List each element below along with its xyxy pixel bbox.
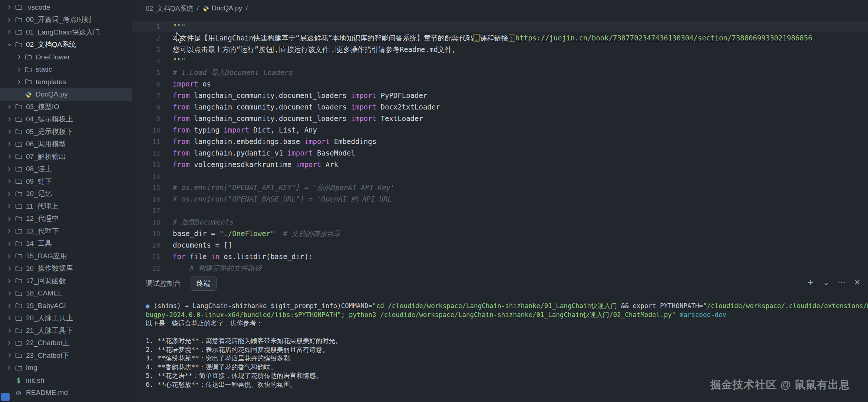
breadcrumb-file[interactable]: DocQA.py	[202, 4, 242, 12]
tab-terminal[interactable]: 终端	[191, 277, 217, 291]
line-number[interactable]: 22	[132, 262, 160, 274]
code-line-7[interactable]: 7from langchain_community.document_loade…	[132, 90, 868, 101]
code-line-21[interactable]: 21for file in os.listdir(base_dir):	[132, 251, 868, 262]
line-number[interactable]: 5	[132, 67, 160, 78]
sidebar-item-04_提示模板上[interactable]: 04_提示模板上	[0, 113, 132, 126]
line-number[interactable]: 14	[132, 170, 160, 182]
line-number[interactable]: 19	[132, 228, 160, 239]
sidebar-item-OneFlower[interactable]: OneFlower	[0, 51, 132, 63]
line-number[interactable]: 3	[132, 44, 160, 55]
sidebar-item-README.md[interactable]: ⊘README.md	[0, 387, 132, 399]
breadcrumb-folder[interactable]: 02_文档QA系统	[146, 4, 193, 13]
sidebar-item-19_BabyAGI[interactable]: 19_BabyAGI	[0, 300, 132, 312]
remote-indicator[interactable]	[1, 393, 10, 401]
folder-icon	[14, 190, 23, 197]
sidebar-item-07_解析输出[interactable]: 07_解析输出	[0, 150, 132, 163]
sidebar-item-23_Chatbot下[interactable]: 23_Chatbot下	[0, 349, 132, 362]
sidebar-item-05_提示模板下[interactable]: 05_提示模板下	[0, 125, 132, 138]
sidebar-item-templates[interactable]: templates	[0, 76, 132, 88]
code-editor[interactable]: 1"""2本文件是【用LangChain快速构建基于“易速鲜花”本地知识库的智能…	[132, 17, 868, 274]
close-icon[interactable]: ✕	[852, 278, 862, 287]
code-line-11[interactable]: 11from langchain.embeddings.base import …	[132, 136, 868, 147]
folder-icon	[14, 203, 23, 210]
line-number[interactable]: 9	[132, 113, 160, 124]
line-number[interactable]: 1	[132, 21, 160, 32]
sidebar-item-20_人脉工具上[interactable]: 20_人脉工具上	[0, 312, 132, 325]
line-number[interactable]: 16	[132, 193, 160, 205]
chevron-right-icon	[4, 203, 14, 210]
sidebar-item-17_回调函数[interactable]: 17_回调函数	[0, 275, 132, 287]
sidebar-item-06_调用模型[interactable]: 06_调用模型	[0, 138, 132, 151]
line-number[interactable]: 7	[132, 90, 160, 101]
line-number[interactable]: 8	[132, 101, 160, 113]
code-line-14[interactable]: 14	[132, 170, 868, 182]
code-line-12[interactable]: 12from langchain.pydantic_v1 import Base…	[132, 147, 868, 159]
sidebar-item-10_记忆[interactable]: 10_记忆	[0, 188, 132, 200]
sidebar-item-08_链上[interactable]: 08_链上	[0, 163, 132, 176]
code-line-16[interactable]: 16# os.environ["OPENAI_BASE_URL"] = 'Ope…	[132, 193, 868, 205]
line-number[interactable]: 20	[132, 239, 160, 251]
code-line-2[interactable]: 2本文件是【用LangChain快速构建基于“易速鲜花”本地知识库的智能问答系统…	[132, 32, 868, 44]
sidebar-item-13_代理下[interactable]: 13_代理下	[0, 225, 132, 238]
chevron-down-icon[interactable]: ⌄	[821, 278, 831, 287]
sidebar-item-.vscode[interactable]: .vscode	[0, 1, 132, 14]
code-line-3[interactable]: 3您可以点击最上方的“运行”按钮，直接运行该文件，更多操作指引请参考Readme…	[132, 44, 868, 55]
code-line-10[interactable]: 10from typing import Dict, List, Any	[132, 124, 868, 136]
line-number[interactable]: 13	[132, 159, 160, 170]
line-number[interactable]: 12	[132, 147, 160, 159]
sidebar-item-11_代理上[interactable]: 11_代理上	[0, 200, 132, 213]
code-line-5[interactable]: 5# 1.Load 导入Document Loaders	[132, 67, 868, 78]
breadcrumb-more[interactable]: ...	[251, 4, 257, 12]
sidebar-item-static[interactable]: static	[0, 63, 132, 76]
line-number[interactable]: 15	[132, 182, 160, 193]
plus-icon[interactable]: +	[806, 278, 815, 287]
sidebar-item-09_链下[interactable]: 09_链下	[0, 175, 132, 188]
code-line-19[interactable]: 19base_dir = "./OneFlower" # 文档的存放目录	[132, 228, 868, 239]
code-line-4[interactable]: 4"""	[132, 55, 868, 67]
line-number[interactable]: 11	[132, 136, 160, 147]
terminal-segment: 2. **花语梦境**：表示花店的花如同梦境般美丽且富有诗意。	[146, 346, 329, 353]
sidebar-item-00_开篇词_考点时刻[interactable]: 00_开篇词_考点时刻	[0, 14, 132, 26]
sidebar-item-DocQA.py[interactable]: DocQA.py	[0, 88, 132, 101]
sidebar-item-18_CAMEL[interactable]: 18_CAMEL	[0, 287, 132, 300]
line-number[interactable]: 21	[132, 251, 160, 262]
code-line-13[interactable]: 13from volcenginesdkarkruntime import Ar…	[132, 159, 868, 170]
line-number[interactable]: 4	[132, 55, 160, 67]
sidebar-item-16_操作数据库[interactable]: 16_操作数据库	[0, 262, 132, 275]
sidebar-item-21_人脉工具下[interactable]: 21_人脉工具下	[0, 324, 132, 337]
sidebar-item-15_RAG应用[interactable]: 15_RAG应用	[0, 250, 132, 262]
line-number[interactable]: 2	[132, 32, 160, 44]
terminal-output[interactable]: ● (shims) → LangChain-shizhanke $(git_pr…	[132, 293, 868, 389]
sidebar-item-02_文档QA系统[interactable]: 02_文档QA系统	[0, 39, 132, 51]
tab-debug-console[interactable]: 调试控制台	[146, 279, 181, 288]
sidebar-item-22_Chatbot上[interactable]: 22_Chatbot上	[0, 337, 132, 350]
code-line-20[interactable]: 20documents = []	[132, 239, 868, 251]
code-line-17[interactable]: 17	[132, 205, 868, 216]
sidebar-item-14_工具[interactable]: 14_工具	[0, 238, 132, 250]
sidebar-item-12_代理中[interactable]: 12_代理中	[0, 213, 132, 225]
sidebar-item-01_LangChain快速入门[interactable]: 01_LangChain快速入门	[0, 26, 132, 39]
code-line-15[interactable]: 15# os.environ["OPENAI_API_KEY"] = '你的Op…	[132, 182, 868, 193]
code-line-22[interactable]: 22 # 构建完整的文件路径	[132, 262, 868, 274]
folder-icon	[14, 327, 23, 334]
code-line-18[interactable]: 18# 加载Documents	[132, 216, 868, 228]
code-line-1[interactable]: 1"""	[132, 21, 868, 32]
terminal-segment: 以下是一些适合花店的名字，供你参考：	[146, 320, 263, 327]
sidebar-item-03_模型IO[interactable]: 03_模型IO	[0, 101, 132, 113]
sidebar-item-img[interactable]: img	[0, 362, 132, 375]
sidebar-item-init.sh[interactable]: $init.sh	[0, 374, 132, 387]
line-number[interactable]: 10	[132, 124, 160, 136]
code-text	[160, 205, 173, 216]
course-link[interactable]: https://juejin.cn/book/73877023474361303…	[515, 34, 812, 42]
terminal-segment: 3. **缤纷花苑**：突出了花店里花卉的缤纷多彩。	[146, 354, 296, 362]
line-number[interactable]: 17	[132, 205, 160, 216]
file-tree[interactable]: .vscode00_开篇词_考点时刻01_LangChain快速入门02_文档Q…	[0, 0, 132, 399]
code-text: documents = []	[160, 239, 232, 251]
line-number[interactable]: 6	[132, 78, 160, 90]
ellipsis-icon[interactable]: ⋯	[837, 278, 846, 287]
terminal-segment: "/cloudide/workspace/.cloudide/extension…	[703, 302, 868, 310]
code-line-8[interactable]: 8from langchain_community.document_loade…	[132, 101, 868, 113]
line-number[interactable]: 18	[132, 216, 160, 228]
code-line-6[interactable]: 6import os	[132, 78, 868, 90]
code-line-9[interactable]: 9from langchain_community.document_loade…	[132, 113, 868, 124]
